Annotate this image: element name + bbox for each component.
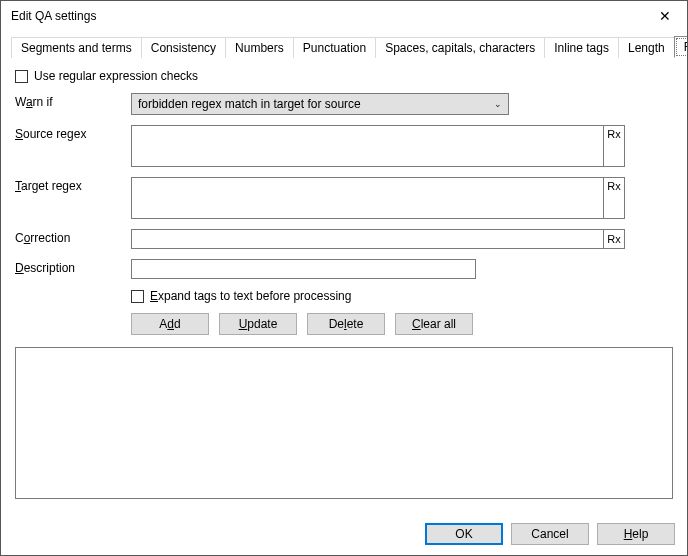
tab-punctuation[interactable]: Punctuation (293, 37, 376, 58)
correction-field-wrap: Rx (131, 229, 625, 249)
source-regex-input[interactable] (131, 125, 603, 167)
description-label: Description (15, 259, 125, 275)
warn-if-label: Warn if (15, 93, 125, 109)
use-regex-checks-checkbox[interactable] (15, 70, 28, 83)
ok-button[interactable]: OK (425, 523, 503, 545)
source-regex-field-wrap: Rx (131, 125, 625, 167)
regex-form: Warn if forbidden regex match in target … (15, 93, 673, 303)
expand-tags-checkbox[interactable] (131, 290, 144, 303)
warn-if-dropdown[interactable]: forbidden regex match in target for sour… (131, 93, 509, 115)
update-button[interactable]: Update (219, 313, 297, 335)
source-regex-label: Source regex (15, 125, 125, 141)
tab-content: Use regular expression checks Warn if fo… (1, 57, 687, 509)
correction-label: Correction (15, 229, 125, 245)
tab-length[interactable]: Length (618, 37, 675, 58)
dialog-footer: OK Cancel Help (425, 523, 675, 545)
source-regex-rx-button[interactable]: Rx (603, 125, 625, 167)
window-title: Edit QA settings (11, 9, 96, 23)
tab-spaces-capitals-characters[interactable]: Spaces, capitals, characters (375, 37, 545, 58)
target-regex-input[interactable] (131, 177, 603, 219)
tab-segments-and-terms[interactable]: Segments and terms (11, 37, 142, 58)
expand-tags-label: Expand tags to text before processing (150, 289, 351, 303)
action-button-row: Add Update Delete Clear all (131, 313, 673, 335)
expand-tags-row: Expand tags to text before processing (131, 289, 673, 303)
warn-if-value: forbidden regex match in target for sour… (138, 97, 361, 111)
target-regex-label: Target regex (15, 177, 125, 193)
tab-consistency[interactable]: Consistency (141, 37, 226, 58)
chevron-down-icon: ⌄ (494, 99, 502, 109)
cancel-button[interactable]: Cancel (511, 523, 589, 545)
close-button[interactable]: ✕ (643, 1, 687, 31)
target-regex-rx-button[interactable]: Rx (603, 177, 625, 219)
clear-all-button[interactable]: Clear all (395, 313, 473, 335)
delete-button[interactable]: Delete (307, 313, 385, 335)
use-regex-checks-label: Use regular expression checks (34, 69, 198, 83)
close-icon: ✕ (659, 8, 671, 24)
correction-input[interactable] (131, 229, 603, 249)
help-button[interactable]: Help (597, 523, 675, 545)
rules-list[interactable] (15, 347, 673, 499)
correction-rx-button[interactable]: Rx (603, 229, 625, 249)
target-regex-field-wrap: Rx (131, 177, 625, 219)
description-input[interactable] (131, 259, 476, 279)
tab-regex[interactable]: Regex (674, 36, 688, 58)
tab-strip: Segments and terms Consistency Numbers P… (11, 35, 677, 57)
tab-numbers[interactable]: Numbers (225, 37, 294, 58)
use-regex-checks-row: Use regular expression checks (15, 69, 673, 83)
tab-inline-tags[interactable]: Inline tags (544, 37, 619, 58)
title-bar: Edit QA settings ✕ (1, 1, 687, 31)
add-button[interactable]: Add (131, 313, 209, 335)
